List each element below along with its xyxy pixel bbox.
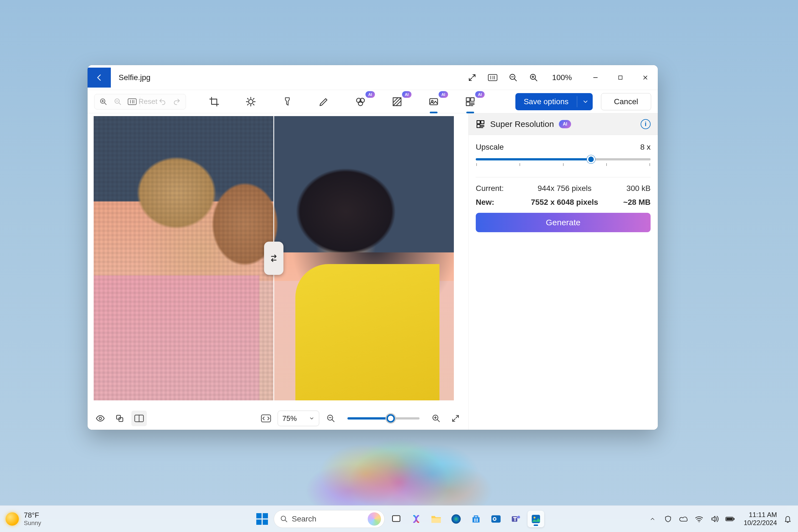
- store-icon[interactable]: [468, 511, 484, 527]
- toggle-visibility-button[interactable]: [93, 411, 108, 426]
- new-filesize: ~28 MB: [609, 198, 651, 207]
- svg-rect-25: [477, 125, 480, 128]
- save-options-button[interactable]: Save options: [515, 93, 593, 110]
- compare-handle[interactable]: [264, 242, 283, 275]
- copilot-icon[interactable]: [408, 511, 424, 527]
- task-view-button[interactable]: [388, 511, 404, 527]
- fit-button[interactable]: [125, 95, 139, 108]
- super-resolution-panel: Super Resolution AI i Upscale 8 x Curren…: [468, 113, 658, 430]
- compare-view-button[interactable]: [131, 411, 147, 426]
- adjust-tool[interactable]: [243, 94, 259, 110]
- save-options-label: Save options: [524, 97, 569, 106]
- upscale-slider[interactable]: [476, 158, 651, 160]
- svg-point-26: [281, 516, 286, 520]
- ai-badge-icon: AI: [559, 120, 571, 128]
- weather-widget[interactable]: 78°F Sunny: [5, 511, 41, 527]
- zoom-in-icon[interactable]: [529, 73, 539, 82]
- svg-rect-27: [393, 516, 400, 521]
- super-resolution-icon: [476, 119, 485, 129]
- erase-tool[interactable]: AI: [352, 94, 369, 110]
- window-maximize-button[interactable]: [608, 69, 633, 86]
- outlook-icon[interactable]: [488, 511, 504, 527]
- zoom-slider[interactable]: [347, 417, 419, 419]
- taskbar-search[interactable]: Search: [274, 510, 385, 528]
- security-icon[interactable]: [663, 514, 673, 524]
- generate-button[interactable]: Generate: [476, 213, 651, 232]
- actual-size-icon[interactable]: [488, 73, 498, 82]
- svg-point-16: [99, 417, 102, 420]
- layers-button[interactable]: [112, 411, 128, 426]
- ai-badge-icon: AI: [402, 91, 412, 98]
- svg-rect-23: [477, 120, 480, 124]
- current-filesize: 300 kB: [609, 184, 651, 193]
- retouch-tool[interactable]: AI: [425, 94, 442, 110]
- canvas-area: 75%: [88, 113, 468, 430]
- chevron-down-icon[interactable]: [577, 96, 589, 107]
- taskbar-clock[interactable]: 11:11 AM 10/22/2024: [744, 511, 777, 527]
- panel-title: Super Resolution: [490, 119, 554, 129]
- super-resolution-tool[interactable]: AI: [462, 94, 478, 110]
- background-tool[interactable]: AI: [389, 94, 405, 110]
- crop-tool[interactable]: [206, 94, 223, 110]
- panel-header: Super Resolution AI i: [469, 113, 658, 135]
- zoom-out-button[interactable]: [111, 95, 125, 108]
- reset-button[interactable]: Reset: [141, 95, 155, 108]
- taskbar: 78°F Sunny Search: [0, 506, 798, 532]
- edge-icon[interactable]: [448, 511, 464, 527]
- filter-tool[interactable]: [279, 94, 296, 110]
- zoom-in-button[interactable]: [96, 95, 111, 108]
- undo-button[interactable]: [155, 95, 170, 108]
- tray-overflow-icon[interactable]: [648, 514, 657, 524]
- editor-toolbar: Reset AI: [88, 90, 658, 113]
- svg-point-7: [249, 99, 253, 104]
- current-dimensions: 944x 756 pixels: [520, 184, 609, 193]
- svg-rect-30: [474, 518, 476, 520]
- fullscreen-footer-button[interactable]: [448, 411, 463, 426]
- back-button[interactable]: [88, 68, 111, 88]
- svg-point-36: [494, 518, 496, 520]
- zoom-history-group: Reset: [94, 94, 186, 110]
- redo-button[interactable]: [170, 95, 184, 108]
- window-close-button[interactable]: [633, 69, 658, 86]
- svg-rect-15: [466, 102, 470, 106]
- search-icon: [280, 515, 288, 523]
- editor-content: 75% Super Resolut: [88, 113, 658, 430]
- ai-badge-icon: AI: [439, 91, 448, 98]
- volume-icon[interactable]: [710, 514, 719, 524]
- zoom-level-select[interactable]: 75%: [278, 411, 319, 426]
- cancel-button[interactable]: Cancel: [601, 93, 651, 110]
- window-minimize-button[interactable]: [583, 69, 608, 86]
- zoom-percent-label: 100%: [552, 73, 572, 82]
- teams-icon[interactable]: [508, 511, 524, 527]
- photos-app-icon[interactable]: [528, 511, 544, 527]
- wifi-icon[interactable]: [695, 514, 704, 524]
- markup-tool[interactable]: [316, 94, 332, 110]
- windows-logo-icon: [256, 513, 268, 525]
- zoom-level-value: 75%: [282, 414, 297, 423]
- start-button[interactable]: [254, 511, 270, 527]
- info-button[interactable]: i: [641, 119, 651, 129]
- new-label: New:: [476, 198, 520, 207]
- file-explorer-icon[interactable]: [428, 511, 444, 527]
- svg-rect-43: [734, 518, 734, 520]
- fullscreen-icon[interactable]: [467, 73, 477, 82]
- search-highlight-icon: [368, 512, 381, 526]
- fit-to-window-button[interactable]: [258, 411, 274, 426]
- notifications-icon[interactable]: [783, 514, 793, 524]
- current-label: Current:: [476, 184, 520, 193]
- canvas-footer: 75%: [88, 407, 468, 430]
- clock-time: 11:11 AM: [744, 511, 777, 519]
- svg-rect-14: [471, 97, 474, 101]
- svg-rect-33: [477, 520, 478, 521]
- onedrive-icon[interactable]: [679, 514, 688, 524]
- battery-icon[interactable]: [725, 514, 735, 524]
- svg-point-40: [534, 516, 536, 518]
- new-dimensions: 7552 x 6048 pixels: [520, 198, 609, 207]
- svg-rect-13: [466, 97, 470, 101]
- zoom-out-icon[interactable]: [508, 73, 518, 82]
- image-compare-viewer[interactable]: [94, 116, 454, 400]
- svg-rect-31: [477, 518, 478, 520]
- zoom-out-footer-button[interactable]: [323, 411, 339, 426]
- zoom-in-footer-button[interactable]: [429, 411, 444, 426]
- clock-date: 10/22/2024: [744, 519, 777, 527]
